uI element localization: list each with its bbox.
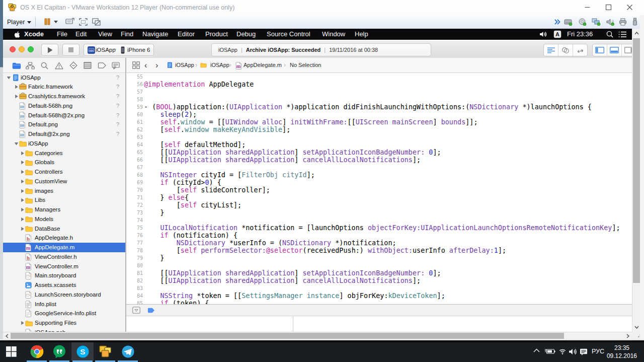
tree-row[interactable]: Assets.xcassets <box>3 280 125 290</box>
unity-icon[interactable] <box>92 18 101 26</box>
taskbar-app-telegram[interactable] <box>117 342 139 360</box>
code-line[interactable]: 67 <box>126 164 632 171</box>
sound-icon[interactable] <box>606 18 614 26</box>
code-line[interactable]: 68 NSInteger cityId = [FilterObj cityId]… <box>126 171 632 179</box>
taskbar-app-vmware[interactable] <box>94 342 116 360</box>
disclosure-closed-icon[interactable] <box>20 170 25 174</box>
code-line[interactable]: 74 <box>126 216 632 224</box>
tree-row[interactable]: hViewController.h <box>3 252 125 262</box>
code-line[interactable]: 73 } <box>126 209 632 216</box>
menubar-item-edit[interactable]: Edit <box>75 29 87 40</box>
toggle-console-icon[interactable] <box>132 307 140 314</box>
traffic-close-button[interactable] <box>10 46 16 52</box>
spotlight-icon[interactable] <box>606 31 613 38</box>
debug-panel-button[interactable] <box>607 44 622 56</box>
vm-hscrollbar-thumb[interactable] <box>11 333 564 339</box>
tree-row[interactable]: LaunchScreen.storyboard <box>3 290 125 300</box>
code-line[interactable]: 72 [self cityList]; <box>126 201 632 209</box>
tree-row[interactable]: Controllers <box>3 167 125 177</box>
code-line[interactable]: 56@implementation AppDelegate <box>126 81 632 88</box>
code-line[interactable]: 62 [self.window makeKeyAndVisible]; <box>126 126 632 133</box>
tree-row[interactable]: mViewController.m <box>3 262 125 271</box>
disclosure-closed-icon[interactable] <box>20 151 25 156</box>
tree-row[interactable]: Fabric.framework? <box>3 82 125 92</box>
menubar-item-editor[interactable]: Editor <box>178 29 195 40</box>
code-line[interactable]: 65 [[UIApplication sharedApplication] se… <box>126 149 632 156</box>
issue-navigator-tab[interactable] <box>54 61 63 70</box>
code-line[interactable]: 61 self.window = [[UIWindow alloc] initW… <box>126 118 632 126</box>
navigator-panel-button[interactable] <box>593 44 607 56</box>
tree-row[interactable]: hiOSApp.pch <box>3 328 125 332</box>
tray-clock[interactable]: 23:3509.12.2016 <box>607 344 637 360</box>
disclosure-open-icon[interactable] <box>14 141 19 146</box>
breakpoint-navigator-tab[interactable] <box>97 61 106 70</box>
tree-row[interactable]: Supporting Files <box>3 318 125 328</box>
menubar-item-help[interactable]: Help <box>355 29 368 40</box>
scroll-left-arrow[interactable] <box>4 332 10 339</box>
breakpoints-enabled-icon[interactable] <box>147 308 155 313</box>
disclosure-closed-icon[interactable] <box>20 321 25 325</box>
player-menu-button[interactable]: Player <box>7 17 31 27</box>
action-center-icon[interactable] <box>580 348 588 356</box>
scroll-down-arrow[interactable] <box>632 324 640 331</box>
code-line[interactable]: 83 <box>126 284 632 292</box>
jumpbar-crumb[interactable]: iOSApp <box>210 58 229 73</box>
menubar-item-find[interactable]: Find <box>121 29 133 40</box>
disclosure-closed-icon[interactable] <box>20 198 25 202</box>
minimize-button[interactable] <box>576 0 598 15</box>
disclosure-closed-icon[interactable] <box>20 160 25 165</box>
code-line[interactable]: 80 <box>126 262 632 269</box>
jumpbar-crumb[interactable]: No Selection <box>290 58 321 73</box>
menubar-item-window[interactable]: Window <box>322 29 345 40</box>
tree-row[interactable]: Main.storyboard <box>3 271 125 280</box>
code-line[interactable]: 79 } <box>126 254 632 262</box>
notification-center-icon[interactable] <box>618 31 627 38</box>
stop-button[interactable] <box>62 44 79 56</box>
disclosure-closed-icon[interactable] <box>20 179 25 184</box>
related-items-icon[interactable] <box>132 61 140 69</box>
disclosure-closed-icon[interactable] <box>20 207 25 212</box>
code-line[interactable]: 66 [[UIApplication sharedApplication] ca… <box>126 156 632 164</box>
code-line[interactable]: 84 NSString *token = [[SettingsManager i… <box>126 292 632 300</box>
menubar-item-view[interactable]: View <box>98 29 112 40</box>
run-button[interactable] <box>41 44 58 56</box>
traffic-zoom-button[interactable] <box>28 46 34 52</box>
tree-row[interactable]: Categories <box>3 149 125 158</box>
ctrl-alt-del-icon[interactable] <box>65 18 74 25</box>
suspend-dropdown-icon[interactable] <box>54 21 58 23</box>
code-line[interactable]: 60 sleep(2); <box>126 111 632 118</box>
hard-disk-icon[interactable] <box>564 18 573 26</box>
fullscreen-icon[interactable] <box>79 18 88 26</box>
test-navigator-tab[interactable] <box>69 61 78 70</box>
tree-row[interactable]: Default-568h@2x.png? <box>3 111 125 120</box>
menubar-item-file[interactable]: File <box>57 29 67 40</box>
code-line[interactable]: 82 [[UIApplication sharedApplication] ca… <box>126 277 632 284</box>
cd-dvd-icon[interactable] <box>578 18 587 26</box>
expand-chevrons-icon[interactable] <box>554 19 560 25</box>
project-navigator-tab[interactable] <box>12 61 21 70</box>
menubar-clock[interactable]: Fri 23:36 <box>567 29 593 40</box>
code-line[interactable]: 63 <box>126 133 632 141</box>
tray-language[interactable]: РУС <box>592 348 604 355</box>
vm-vscrollbar-thumb[interactable] <box>633 38 640 283</box>
scroll-right-arrow[interactable] <box>625 332 631 339</box>
menubar-item-xcode[interactable]: Xcode <box>24 29 44 40</box>
tree-row[interactable]: Default-568h.png? <box>3 101 125 111</box>
code-line[interactable]: 70 [self slideController]; <box>126 186 632 194</box>
menubar-volume-icon[interactable] <box>539 31 547 37</box>
network-adapter-icon[interactable] <box>592 18 601 26</box>
apple-menu-icon[interactable] <box>14 31 20 38</box>
code-line[interactable]: 75 UILocalNotification *notification = [… <box>126 224 632 232</box>
tree-row[interactable]: hAppDelegate.h <box>3 233 125 243</box>
vmware-titlebar[interactable]: OS X El Capitan - VMware Workstation 12 … <box>3 0 644 16</box>
tree-row[interactable]: iOSApp <box>3 139 125 149</box>
assistant-editor-button[interactable] <box>558 44 573 56</box>
disclosure-closed-icon[interactable] <box>20 227 25 231</box>
jumpbar-crumb[interactable]: iOSApp <box>175 58 194 73</box>
tree-row[interactable]: GoogleService-Info.plist <box>3 309 125 318</box>
disclosure-closed-icon[interactable] <box>14 85 19 89</box>
tree-row[interactable]: DataBase <box>3 224 125 234</box>
symbol-navigator-tab[interactable] <box>26 61 35 70</box>
chevron-up-icon[interactable] <box>533 348 540 352</box>
debug-navigator-tab[interactable] <box>83 61 92 70</box>
